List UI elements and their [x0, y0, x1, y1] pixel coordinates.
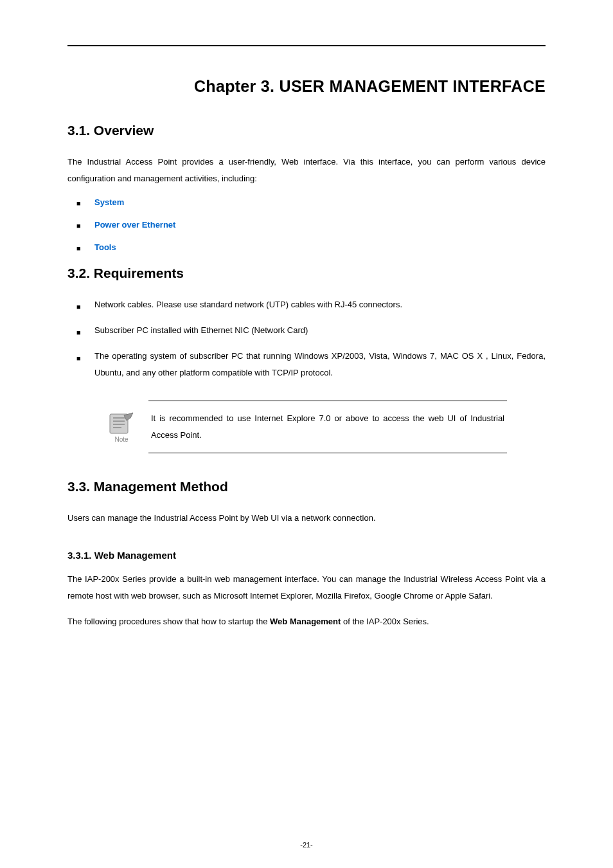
square-bullet-icon: ■	[76, 198, 81, 210]
note-box: Note It is recommended to use Internet E…	[106, 401, 507, 453]
section-heading-requirements: 3.2. Requirements	[67, 266, 546, 281]
req-item-text: Network cables. Please use standard netw…	[94, 300, 402, 309]
square-bullet-icon: ■	[76, 351, 81, 365]
link-system[interactable]: System	[94, 197, 124, 207]
web-mgmt-para2: The following procedures show that how t…	[67, 613, 546, 630]
para2-pre: The following procedures show that how t…	[67, 617, 270, 626]
subsection-heading-web: 3.3.1. Web Management	[67, 550, 546, 561]
note-text: It is recommended to use Internet Explor…	[148, 401, 507, 453]
chapter-prefix: Chapter 3.	[194, 77, 274, 95]
para2-post: of the IAP-200x Series.	[341, 617, 429, 626]
req-item-text: The operating system of subscriber PC th…	[94, 351, 546, 377]
requirements-list: ■ Network cables. Please use standard ne…	[67, 296, 546, 381]
section-heading-overview: 3.1. Overview	[67, 123, 546, 138]
square-bullet-icon: ■	[76, 243, 81, 255]
overview-links-list: ■ System ■ Power over Ethernet ■ Tools	[67, 196, 546, 254]
note-icon: Note	[106, 410, 137, 444]
square-bullet-icon: ■	[76, 300, 81, 314]
square-bullet-icon: ■	[76, 325, 81, 339]
mgmt-intro: Users can manage the Industrial Access P…	[67, 510, 546, 527]
list-item: ■ Network cables. Please use standard ne…	[94, 296, 546, 313]
chapter-title: Chapter 3. USER MANAGEMENT INTERFACE	[67, 77, 546, 96]
list-item: ■ The operating system of subscriber PC …	[94, 348, 546, 381]
list-item: ■ Tools	[94, 241, 546, 255]
list-item: ■ System	[94, 196, 546, 210]
web-mgmt-para1: The IAP-200x Series provide a built-in w…	[67, 571, 546, 604]
section-heading-mgmt: 3.3. Management Method	[67, 479, 546, 494]
page-number: -21-	[0, 841, 613, 849]
list-item: ■ Subscriber PC installed with Ethernet …	[94, 322, 546, 339]
list-item: ■ Power over Ethernet	[94, 219, 546, 232]
link-tools[interactable]: Tools	[94, 242, 116, 252]
link-power-over-ethernet[interactable]: Power over Ethernet	[94, 220, 175, 230]
square-bullet-icon: ■	[76, 221, 81, 232]
chapter-title-text: USER MANAGEMENT INTERFACE	[280, 77, 546, 95]
para2-bold: Web Management	[270, 617, 341, 626]
overview-intro: The Industrial Access Point provides a u…	[67, 154, 546, 187]
req-item-text: Subscriber PC installed with Ethernet NI…	[94, 325, 308, 335]
note-label: Note	[114, 436, 128, 443]
top-horizontal-rule	[67, 45, 546, 46]
